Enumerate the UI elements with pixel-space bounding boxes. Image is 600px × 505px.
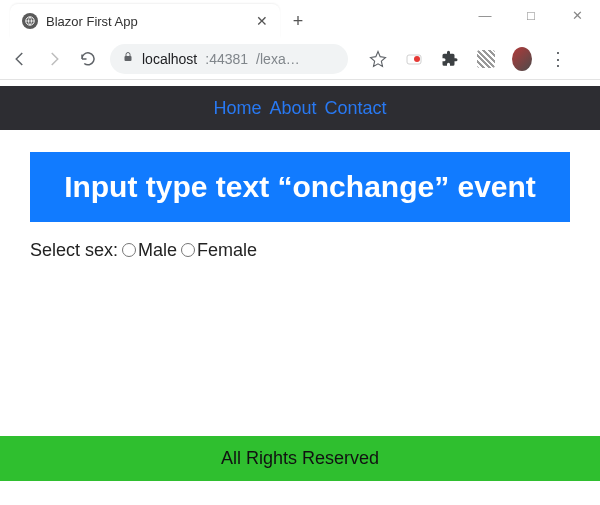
globe-icon [22,13,38,29]
close-tab-icon[interactable]: ✕ [256,13,268,29]
address-bar[interactable]: localhost:44381/lexa… [110,44,348,74]
footer-text: All Rights Reserved [221,448,379,468]
back-button[interactable] [8,47,32,71]
site-footer: All Rights Reserved [0,436,600,481]
window-titlebar: Blazor First App ✕ + — □ ✕ [0,0,600,38]
profile-avatar[interactable] [512,49,532,69]
site-navbar: Home About Contact [0,86,600,130]
extension-red-icon[interactable] [404,49,424,69]
lock-icon [122,51,134,66]
radio-male-label[interactable]: Male [122,240,177,261]
new-tab-button[interactable]: + [284,7,312,35]
maximize-button[interactable]: □ [508,0,554,30]
url-path: /lexa… [256,51,300,67]
url-host: localhost [142,51,197,67]
nav-contact-link[interactable]: Contact [325,98,387,119]
main-content: Input type text “onchange” event Select … [0,130,600,261]
reload-button[interactable] [76,47,100,71]
select-sex-label: Select sex: [30,240,118,261]
minimize-button[interactable]: — [462,0,508,30]
tab-title: Blazor First App [46,14,248,29]
radio-female[interactable] [181,243,195,257]
browser-tab-active[interactable]: Blazor First App ✕ [10,4,280,38]
select-sex-row: Select sex: Male Female [30,240,570,261]
svg-point-3 [414,56,420,62]
star-icon[interactable] [368,49,388,69]
forward-button[interactable] [42,47,66,71]
kebab-menu-icon[interactable]: ⋮ [548,49,568,69]
svg-rect-1 [125,56,132,61]
radio-female-label[interactable]: Female [181,240,257,261]
window-controls: — □ ✕ [462,0,600,30]
reading-list-icon[interactable] [476,49,496,69]
window-close-button[interactable]: ✕ [554,0,600,30]
radio-male[interactable] [122,243,136,257]
nav-about-link[interactable]: About [269,98,316,119]
nav-home-link[interactable]: Home [213,98,261,119]
radio-female-text: Female [197,240,257,261]
puzzle-icon[interactable] [440,49,460,69]
browser-toolbar: localhost:44381/lexa… ⋮ [0,38,600,80]
url-port: :44381 [205,51,248,67]
page-viewport: Home About Contact Input type text “onch… [0,86,600,505]
page-heading: Input type text “onchange” event [30,152,570,222]
radio-male-text: Male [138,240,177,261]
